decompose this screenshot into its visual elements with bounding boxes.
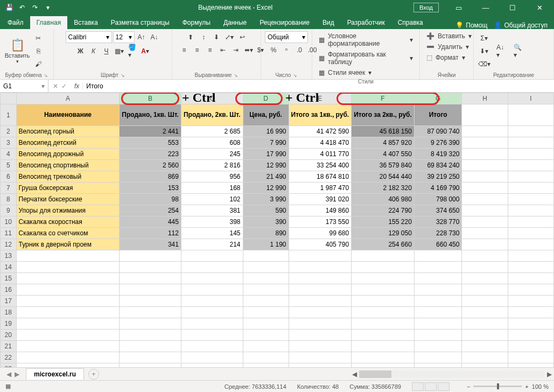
tab-главная[interactable]: Главная (30, 16, 68, 29)
sheet-nav-next-icon[interactable]: ▶ (15, 370, 19, 378)
indent-inc-icon[interactable]: ⇥ (230, 44, 242, 56)
row-header[interactable]: 17 (1, 296, 17, 307)
row-header[interactable]: 11 (1, 228, 17, 239)
cell[interactable] (352, 307, 415, 318)
cell[interactable]: 69 834 240 (414, 160, 462, 171)
cell[interactable] (243, 273, 289, 284)
cell[interactable]: 145 (181, 228, 243, 239)
cell[interactable] (16, 330, 120, 341)
cell[interactable]: Велосипед горный (16, 126, 120, 137)
increase-decimal-icon[interactable]: .0 (293, 44, 305, 56)
cell[interactable] (120, 284, 181, 296)
cell[interactable] (289, 307, 352, 318)
cell[interactable] (289, 363, 352, 368)
cell[interactable]: 9 276 390 (414, 137, 462, 149)
cell[interactable] (414, 318, 462, 330)
cell[interactable]: 21 490 (243, 171, 289, 183)
cell[interactable] (16, 284, 120, 296)
view-pagebreak-icon[interactable] (438, 382, 450, 391)
cell[interactable]: 4 418 470 (289, 137, 352, 149)
formula-input[interactable]: Итого (82, 82, 554, 90)
cell[interactable] (289, 262, 352, 273)
zoom-slider[interactable] (473, 386, 522, 387)
align-right-icon[interactable]: ≡ (204, 44, 216, 56)
tab-файл[interactable]: Файл (1, 16, 30, 29)
tab-данные[interactable]: Данные (217, 16, 253, 29)
align-bottom-icon[interactable]: ⬇ (211, 31, 222, 43)
row-header[interactable]: 4 (1, 149, 17, 160)
cell[interactable] (181, 341, 243, 352)
cell[interactable]: 1 190 (243, 239, 289, 250)
cell[interactable] (181, 296, 243, 307)
cell[interactable] (120, 352, 181, 363)
font-color-icon[interactable]: A▾ (139, 45, 151, 57)
cell[interactable] (243, 363, 289, 368)
cell[interactable] (508, 273, 553, 284)
cell[interactable] (120, 296, 181, 307)
number-format-select[interactable]: Общий▾ (265, 31, 308, 43)
row-header[interactable]: 5 (1, 160, 17, 171)
cell[interactable] (414, 363, 462, 368)
cell[interactable] (243, 341, 289, 352)
copy-icon[interactable]: ⎘ (32, 45, 44, 57)
save-icon[interactable]: 💾 (3, 2, 15, 13)
row-header[interactable]: 23 (1, 363, 17, 368)
cell-styles-button[interactable]: ▦ Стили ячеек▾ (317, 68, 374, 78)
sort-filter-icon[interactable]: A↓▾ (492, 39, 508, 64)
format-cells-button[interactable]: ⬚ Формат▾ (424, 53, 467, 62)
cell[interactable] (120, 307, 181, 318)
col-header-F[interactable]: F (352, 93, 415, 104)
cell[interactable] (181, 262, 243, 273)
cell[interactable]: 374 650 (414, 205, 462, 216)
cell[interactable] (508, 352, 553, 363)
cell[interactable]: 2 441 (120, 126, 181, 137)
cell[interactable] (289, 273, 352, 284)
row-header[interactable]: 7 (1, 183, 17, 194)
cell[interactable] (243, 296, 289, 307)
cell[interactable] (16, 307, 120, 318)
view-normal-icon[interactable] (412, 382, 424, 391)
cell[interactable] (414, 262, 462, 273)
col-header-A[interactable]: A (16, 93, 120, 104)
comma-icon[interactable]: ⁿ (280, 44, 292, 56)
cell[interactable]: 245 (181, 149, 243, 160)
cell[interactable] (181, 352, 243, 363)
cell[interactable]: 2 560 (120, 160, 181, 171)
col-header-G[interactable]: G (414, 93, 462, 104)
font-size-select[interactable]: 12▾ (113, 31, 135, 43)
cell[interactable]: 390 (243, 216, 289, 228)
percent-icon[interactable]: % (268, 44, 279, 56)
merge-icon[interactable]: ⬌▾ (243, 44, 255, 56)
cell[interactable] (462, 330, 508, 341)
horizontal-scrollbar[interactable]: ◀▶ (349, 370, 554, 378)
col-header-D[interactable]: D (243, 93, 289, 104)
row-header[interactable]: 12 (1, 239, 17, 250)
cell[interactable] (462, 284, 508, 296)
col-header-C[interactable]: C (181, 93, 243, 104)
cell[interactable]: Наименование (16, 104, 120, 126)
cell[interactable]: 149 860 (289, 205, 352, 216)
redo-icon[interactable]: ↷ (29, 2, 41, 13)
row-header[interactable]: 3 (1, 137, 17, 149)
name-box[interactable]: G1▾ (0, 80, 48, 92)
cell[interactable]: Упоры для отжимания (16, 205, 120, 216)
borders-icon[interactable]: ▦▾ (114, 45, 125, 57)
cell[interactable]: 112 (120, 228, 181, 239)
cell[interactable] (508, 341, 553, 352)
cell[interactable]: 3 990 (243, 194, 289, 205)
cell[interactable]: 99 680 (289, 228, 352, 239)
cell[interactable]: 168 (181, 183, 243, 194)
cell[interactable] (508, 284, 553, 296)
tab-справка[interactable]: Справка (391, 16, 430, 29)
cell[interactable] (120, 262, 181, 273)
cell[interactable] (352, 318, 415, 330)
cell[interactable] (462, 318, 508, 330)
cell[interactable] (289, 318, 352, 330)
cell[interactable]: 798 000 (414, 194, 462, 205)
cell[interactable]: 224 790 (352, 205, 415, 216)
row-header[interactable]: 2 (1, 126, 17, 137)
row-header[interactable]: 13 (1, 250, 17, 262)
cell[interactable] (16, 352, 120, 363)
decrease-font-icon[interactable]: A↓ (149, 31, 160, 43)
cell[interactable] (120, 318, 181, 330)
